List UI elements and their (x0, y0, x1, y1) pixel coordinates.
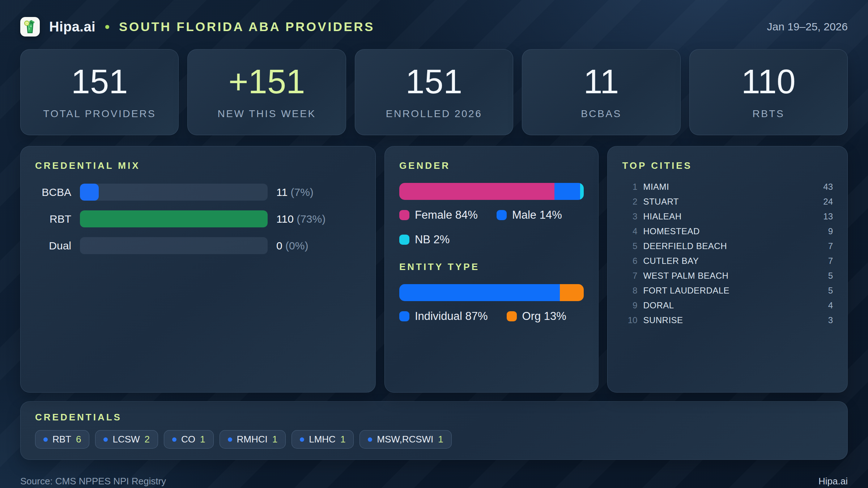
brand-name: Hipa.ai (49, 19, 95, 35)
entity-bar-segment (399, 284, 560, 301)
stat-value: +151 (229, 65, 305, 99)
date-range: Jan 19–25, 2026 (767, 21, 848, 33)
city-count: 7 (828, 256, 833, 266)
hipa-logo (20, 17, 40, 37)
stat-card: 110 RBTS (689, 49, 848, 135)
city-count: 43 (823, 182, 833, 192)
legend-swatch-icon (399, 235, 409, 245)
credential-bar-row: Dual 0 (0%) (35, 237, 361, 254)
stat-value: 151 (406, 65, 463, 99)
bar-fill (80, 210, 268, 227)
city-row: 6 CUTLER BAY 7 (622, 253, 833, 268)
gender-bar-segment (580, 183, 584, 200)
separator-dot-icon (105, 25, 109, 29)
stat-label: ENROLLED 2026 (386, 108, 482, 120)
stat-label: BCBAS (581, 108, 621, 120)
city-name: FORT LAUDERDALE (643, 286, 729, 296)
credential-bar-label: BCBA (35, 186, 71, 198)
gender-bar-segment (399, 183, 554, 200)
bar-fill (80, 184, 99, 201)
stat-card: 11 BCBAS (522, 49, 680, 135)
footer-brand: Hipa.ai (818, 476, 848, 487)
entity-bar-segment (560, 284, 584, 301)
city-row: 10 SUNRISE 3 (622, 313, 833, 328)
chip-label: RBT (52, 434, 71, 445)
city-row: 1 MIAMI 43 (622, 179, 833, 194)
gender-bar-segment (554, 183, 580, 200)
city-rank: 8 (622, 286, 637, 296)
chip-count: 1 (200, 434, 205, 445)
city-name: HIALEAH (643, 211, 681, 222)
legend-item: NB 2% (399, 233, 450, 246)
city-rank: 6 (622, 256, 637, 266)
city-name: MIAMI (643, 182, 669, 192)
gender-title: GENDER (399, 160, 584, 171)
chip-label: RMHCI (237, 434, 268, 445)
credential-bar-row: RBT 110 (73%) (35, 210, 361, 227)
city-row: 7 WEST PALM BEACH 5 (622, 268, 833, 283)
credential-chip[interactable]: RMHCI 1 (220, 430, 286, 449)
city-count: 13 (823, 211, 833, 222)
chip-count: 1 (272, 434, 277, 445)
stat-card: 151 TOTAL PROVIDERS (20, 49, 179, 135)
chip-count: 1 (438, 434, 443, 445)
chip-count: 1 (340, 434, 345, 445)
credential-bar-label: RBT (35, 213, 71, 225)
credential-chip[interactable]: LCSW 2 (95, 430, 158, 449)
city-name: HOMESTEAD (643, 226, 700, 236)
chip-label: MSW,RCSWI (377, 434, 433, 445)
city-rank: 7 (622, 271, 637, 281)
legend-swatch-icon (399, 210, 409, 220)
credential-chip[interactable]: MSW,RCSWI 1 (359, 430, 451, 449)
city-rank: 2 (622, 197, 637, 207)
stat-value: 11 (584, 65, 619, 99)
credential-bar-value: 110 (73%) (276, 213, 326, 225)
credential-chip[interactable]: CO 1 (164, 430, 213, 449)
stat-label: TOTAL PROVIDERS (43, 108, 156, 120)
legend-swatch-icon (507, 311, 517, 321)
city-row: 2 STUART 24 (622, 194, 833, 209)
city-rank: 4 (622, 226, 637, 236)
footer: Source: CMS NPPES NPI Registry Hipa.ai (20, 476, 848, 487)
panels-row: CREDENTIAL MIX BCBA 11 (7%) RBT (20, 146, 848, 393)
stat-label: NEW THIS WEEK (218, 108, 316, 120)
legend-item: Org 13% (507, 310, 566, 323)
dashboard-root: Hipa.ai SOUTH FLORIDA ABA PROVIDERS Jan … (0, 17, 868, 487)
city-rank: 5 (622, 241, 637, 251)
stat-label: RBTS (752, 108, 784, 120)
chip-label: LCSW (112, 434, 140, 445)
bullet-icon (368, 437, 372, 442)
stat-cards: 151 TOTAL PROVIDERS +151 NEW THIS WEEK 1… (20, 49, 848, 135)
page-title: SOUTH FLORIDA ABA PROVIDERS (119, 20, 375, 34)
credential-chips: RBT 6 LCSW 2 CO 1 RMHCI (35, 430, 833, 449)
stat-value: 151 (71, 65, 128, 99)
city-count: 5 (828, 286, 833, 296)
legend-swatch-icon (497, 210, 507, 220)
gender-stacked-bar (399, 183, 584, 200)
credential-mix-title: CREDENTIAL MIX (35, 160, 361, 171)
stat-card: 151 ENROLLED 2026 (355, 49, 513, 135)
bullet-icon (103, 437, 108, 442)
city-name: CUTLER BAY (643, 256, 699, 266)
data-source: Source: CMS NPPES NPI Registry (20, 476, 166, 487)
city-name: STUART (643, 197, 679, 207)
city-name: WEST PALM BEACH (643, 271, 728, 281)
entity-stacked-bar (399, 284, 584, 301)
city-row: 9 DORAL 4 (622, 298, 833, 313)
legend-item: Individual 87% (399, 310, 488, 323)
legend-swatch-icon (399, 311, 409, 321)
city-row: 3 HIALEAH 13 (622, 209, 833, 224)
credential-chip[interactable]: LMHC 1 (292, 430, 354, 449)
city-count: 5 (828, 271, 833, 281)
bullet-icon (228, 437, 232, 442)
credential-mix-panel: CREDENTIAL MIX BCBA 11 (7%) RBT (20, 146, 376, 393)
credentials-panel: CREDENTIALS RBT 6 LCSW 2 CO 1 (20, 401, 848, 460)
city-count: 24 (823, 197, 833, 207)
chip-label: CO (181, 434, 195, 445)
city-row: 5 DEERFIELD BEACH 7 (622, 239, 833, 253)
city-count: 7 (828, 241, 833, 251)
chip-count: 2 (145, 434, 150, 445)
stat-card: +151 NEW THIS WEEK (187, 49, 346, 135)
credential-chip[interactable]: RBT 6 (35, 430, 89, 449)
bullet-icon (43, 437, 48, 442)
